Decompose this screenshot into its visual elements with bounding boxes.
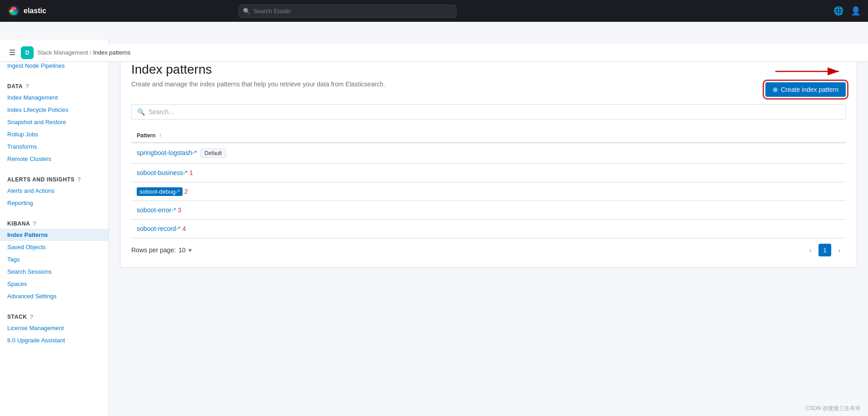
page-1-button[interactable]: 1 bbox=[818, 244, 831, 256]
create-index-pattern-button[interactable]: ⊕ Create index pattern bbox=[765, 82, 846, 97]
header-right: ⊕ Create index pattern bbox=[765, 62, 846, 97]
hamburger-button[interactable]: ☰ bbox=[7, 46, 17, 59]
global-search-input[interactable] bbox=[238, 5, 456, 18]
sidebar-section-title-stack: Stack ? bbox=[0, 310, 109, 322]
section-title-text: Stack bbox=[7, 314, 27, 320]
sidebar-section-alerts-and-insights: Alerts and Insights ?Alerts and ActionsR… bbox=[0, 172, 109, 209]
help-icon[interactable]: ? bbox=[77, 176, 81, 183]
sidebar-item-upgrade-assistant[interactable]: 8.0 Upgrade Assistant bbox=[0, 334, 109, 346]
search-icon: 🔍 bbox=[243, 8, 250, 15]
sidebar-item-alerts-actions[interactable]: Alerts and Actions bbox=[0, 185, 109, 197]
table-row: soboot-error-* 3 bbox=[131, 201, 846, 220]
pattern-link[interactable]: soboot-record-* bbox=[137, 225, 181, 232]
table-row: springboot-logstash-*Default bbox=[131, 143, 846, 164]
page-subtitle: Create and manage the index patterns tha… bbox=[131, 80, 385, 88]
rows-chevron-icon: ▾ bbox=[188, 246, 192, 254]
table-cell-pattern: soboot-debug-* 2 bbox=[131, 182, 846, 201]
pattern-search-box[interactable]: 🔍 bbox=[131, 104, 846, 120]
table-row: soboot-business-* 1 bbox=[131, 164, 846, 182]
sidebar-section-stack: Stack ?License Management8.0 Upgrade Ass… bbox=[0, 310, 109, 346]
row-number: 3 bbox=[176, 206, 181, 214]
main-content: Index patterns Create and manage the ind… bbox=[109, 40, 868, 416]
sidebar-item-advanced-settings[interactable]: Advanced Settings bbox=[0, 290, 109, 302]
sort-icon: ↑ bbox=[159, 132, 162, 139]
sidebar-item-index-patterns[interactable]: Index Patterns bbox=[0, 229, 109, 241]
content-card: Index patterns Create and manage the ind… bbox=[120, 51, 857, 268]
content-title-area: Index patterns Create and manage the ind… bbox=[131, 62, 385, 88]
table-row: soboot-record-* 4 bbox=[131, 220, 846, 238]
arrow-annotation bbox=[773, 62, 846, 80]
help-icon[interactable]: ? bbox=[25, 83, 30, 90]
sidebar: Ingest ?Ingest Node PipelinesData ?Index… bbox=[0, 40, 109, 416]
breadcrumb-bar: ☰ D Stack Management / Index patterns bbox=[0, 44, 868, 62]
patterns-table: Pattern ↑ springboot-logstash-*Defaultso… bbox=[131, 129, 846, 238]
sidebar-section-title-alerts-and-insights: Alerts and Insights ? bbox=[0, 172, 109, 185]
content-header: Index patterns Create and manage the ind… bbox=[131, 62, 846, 97]
sidebar-item-index-lifecycle[interactable]: Index Lifecycle Policies bbox=[0, 104, 109, 116]
page-title: Index patterns bbox=[131, 62, 385, 77]
workspace-badge: D bbox=[21, 46, 34, 59]
elastic-logo[interactable]: elastic bbox=[7, 5, 46, 17]
sidebar-item-snapshot-restore[interactable]: Snapshot and Restore bbox=[0, 116, 109, 128]
breadcrumb-current: Index patterns bbox=[93, 49, 130, 56]
table-body: springboot-logstash-*Defaultsoboot-busin… bbox=[131, 143, 846, 238]
red-arrow-icon bbox=[773, 62, 846, 80]
elastic-logo-text: elastic bbox=[24, 7, 46, 15]
sidebar-section-kibana: Kibana ?Index PatternsSaved ObjectsTagsS… bbox=[0, 216, 109, 302]
row-number: 2 bbox=[183, 188, 188, 195]
next-page-button[interactable]: › bbox=[833, 244, 846, 256]
nav-right-icons: 🌐 👤 bbox=[833, 6, 861, 16]
pattern-highlighted[interactable]: soboot-debug-* bbox=[137, 187, 183, 196]
breadcrumb-stack-management[interactable]: Stack Management bbox=[37, 49, 88, 56]
breadcrumb-separator: / bbox=[90, 49, 93, 56]
table-row: soboot-debug-* 2 bbox=[131, 182, 846, 201]
sidebar-section-data: Data ?Index ManagementIndex Lifecycle Po… bbox=[0, 79, 109, 165]
sidebar-section-title-kibana: Kibana ? bbox=[0, 216, 109, 229]
sidebar-item-tags[interactable]: Tags bbox=[0, 253, 109, 266]
sidebar-item-spaces[interactable]: Spaces bbox=[0, 278, 109, 290]
sidebar-section-title-data: Data ? bbox=[0, 79, 109, 91]
rows-per-page[interactable]: Rows per page: 10 ▾ bbox=[131, 246, 192, 254]
globe-icon[interactable]: 🌐 bbox=[833, 6, 843, 16]
sidebar-item-transforms[interactable]: Transforms bbox=[0, 140, 109, 153]
page-credit: CSDN @拢拢三生有幸 bbox=[805, 405, 861, 412]
sidebar-item-search-sessions[interactable]: Search Sessions bbox=[0, 266, 109, 278]
table-header: Pattern ↑ bbox=[131, 129, 846, 143]
top-navigation: elastic 🔍 🌐 👤 bbox=[0, 0, 868, 22]
table-footer: Rows per page: 10 ▾ ‹ 1 › bbox=[131, 238, 846, 256]
search-box-icon: 🔍 bbox=[137, 108, 145, 115]
default-badge: Default bbox=[200, 149, 226, 158]
pattern-search-input[interactable] bbox=[149, 108, 840, 115]
section-title-text: Alerts and Insights bbox=[7, 176, 74, 183]
pattern-link[interactable]: soboot-error-* bbox=[137, 206, 176, 214]
sidebar-item-license-management[interactable]: License Management bbox=[0, 322, 109, 334]
pattern-link[interactable]: springboot-logstash-* bbox=[137, 149, 197, 156]
rows-per-page-label: Rows per page: bbox=[131, 246, 176, 254]
global-search-bar[interactable]: 🔍 bbox=[238, 5, 456, 18]
sidebar-item-remote-clusters[interactable]: Remote Clusters bbox=[0, 153, 109, 165]
row-number: 1 bbox=[188, 169, 193, 176]
table-cell-pattern: soboot-record-* 4 bbox=[131, 220, 846, 238]
main-layout: Ingest ?Ingest Node PipelinesData ?Index… bbox=[0, 40, 868, 416]
section-title-text: Data bbox=[7, 83, 23, 90]
user-icon[interactable]: 👤 bbox=[851, 6, 861, 16]
row-number: 4 bbox=[181, 225, 186, 232]
sidebar-item-index-management[interactable]: Index Management bbox=[0, 91, 109, 104]
pattern-link[interactable]: soboot-business-* bbox=[137, 169, 188, 176]
pagination: ‹ 1 › bbox=[804, 244, 846, 256]
elastic-logo-icon bbox=[7, 5, 20, 17]
help-icon[interactable]: ? bbox=[33, 220, 37, 227]
sidebar-item-reporting[interactable]: Reporting bbox=[0, 197, 109, 209]
breadcrumb: Stack Management / Index patterns bbox=[37, 49, 130, 56]
pattern-column-label: Pattern bbox=[137, 132, 155, 139]
rows-per-page-value: 10 bbox=[179, 246, 186, 254]
pattern-column-header[interactable]: Pattern ↑ bbox=[131, 129, 846, 143]
prev-page-button[interactable]: ‹ bbox=[804, 244, 817, 256]
plus-icon: ⊕ bbox=[773, 86, 778, 93]
table-cell-pattern: soboot-business-* 1 bbox=[131, 164, 846, 182]
help-icon[interactable]: ? bbox=[30, 313, 34, 320]
table-cell-pattern: springboot-logstash-*Default bbox=[131, 143, 846, 164]
sidebar-item-rollup-jobs[interactable]: Rollup Jobs bbox=[0, 128, 109, 140]
create-button-label: Create index pattern bbox=[781, 86, 838, 93]
sidebar-item-saved-objects[interactable]: Saved Objects bbox=[0, 241, 109, 253]
